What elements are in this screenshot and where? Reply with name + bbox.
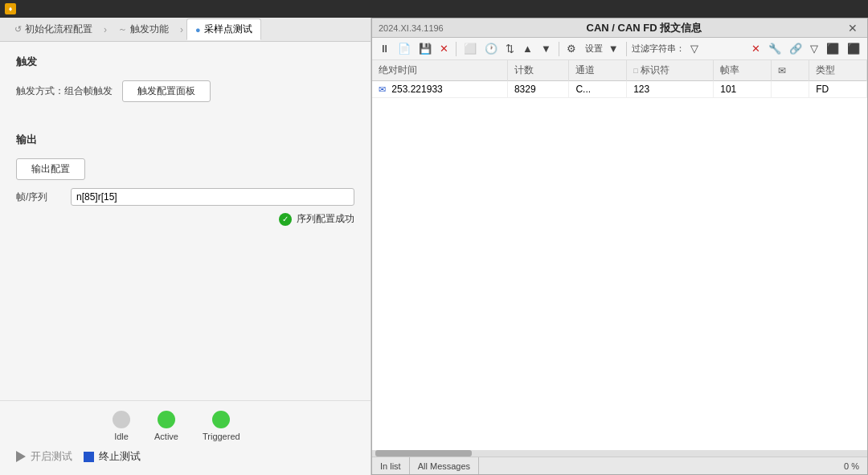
output-btn-row: 输出配置 — [16, 158, 354, 180]
trigger-icon: ～ — [118, 23, 127, 35]
action-buttons: 开启测试 终止测试 — [16, 449, 354, 464]
cell-count: 8329 — [507, 81, 568, 98]
start-button[interactable]: 开启测试 — [16, 449, 72, 464]
app-icon: ♦ — [5, 3, 16, 14]
col-id: □ 标识符 — [627, 60, 714, 81]
toolbar-down-btn[interactable]: ▼ — [538, 41, 554, 56]
trigger-section: 触发 触发方式：组合帧触发 触发配置面板 — [16, 55, 354, 109]
settings-label: 设置 — [585, 43, 603, 55]
status-percent: 0 % — [479, 457, 867, 474]
trigger-mode-label: 触发方式：组合帧触发 — [16, 84, 113, 98]
idle-label: Idle — [114, 432, 129, 441]
toolbar-filter-btn[interactable]: ▼ — [606, 41, 621, 56]
stop-icon — [84, 452, 94, 462]
horizontal-scrollbar[interactable] — [372, 450, 867, 457]
triggered-indicator: Triggered — [203, 411, 240, 441]
stop-button[interactable]: 终止测试 — [84, 449, 141, 464]
output-config-button[interactable]: 输出配置 — [16, 158, 85, 180]
start-label: 开启测试 — [31, 449, 72, 464]
can-window: 2024.XI.34.1196 CAN / CAN FD 报文信息 ✕ ⏸ 📄 … — [371, 18, 868, 475]
toolbar-link-btn[interactable]: 🔗 — [787, 41, 805, 56]
toolbar-export-btn[interactable]: ⬛ — [824, 41, 841, 56]
toolbar-sort-btn[interactable]: ⇅ — [503, 41, 517, 56]
output-title: 输出 — [16, 133, 354, 147]
cell-envelope — [771, 81, 809, 98]
col-rate: 帧率 — [714, 60, 772, 81]
tab-init[interactable]: ↺ 初始化流程配置 — [6, 19, 100, 39]
col-abs-time-label: 绝对时间 — [379, 64, 417, 76]
can-toolbar: ⏸ 📄 💾 ✕ ⬜ 🕐 ⇅ ▲ ▼ ⚙ 设置 ▼ 过滤字符串： ▽ ✕ 🔧 🔗 … — [372, 38, 867, 60]
cell-rate: 101 — [714, 81, 772, 98]
bottom-controls: Idle Active Triggered 开启测试 终止测 — [0, 400, 371, 475]
col-count: 计数 — [507, 60, 568, 81]
triggered-dot — [212, 411, 230, 428]
col-channel-label: 通道 — [575, 64, 595, 76]
toolbar-funnel-btn[interactable]: ▽ — [688, 41, 701, 56]
can-title-left: 2024.XI.34.1196 — [379, 23, 444, 33]
cell-channel: C... — [569, 81, 627, 98]
cell-type: FD — [809, 81, 867, 98]
toolbar-wrench-btn[interactable]: 🔧 — [766, 41, 784, 56]
toolbar-file-btn[interactable]: 📄 — [395, 41, 413, 56]
tab-sample[interactable]: ● 采样点测试 — [186, 18, 261, 40]
col-count-label: 计数 — [514, 64, 534, 76]
active-indicator: Active — [154, 411, 178, 441]
tab-sep-1: › — [104, 24, 107, 35]
col-type-label: 类型 — [816, 64, 835, 76]
toolbar-sep-2 — [559, 42, 559, 56]
toolbar-filter2-btn[interactable]: ▽ — [808, 41, 821, 56]
tab-trigger[interactable]: ～ 触发功能 — [110, 19, 177, 39]
toolbar-sep-1 — [456, 42, 457, 56]
idle-dot — [113, 411, 130, 428]
col-abs-time: 绝对时间 — [372, 60, 507, 81]
active-label: Active — [154, 432, 178, 441]
row-envelope-icon: ✉ — [379, 84, 386, 94]
table-header-row: 绝对时间 计数 通道 □ 标识符 帧率 — [372, 60, 867, 81]
toolbar-save-btn[interactable]: 💾 — [416, 41, 434, 56]
tab-bar: ↺ 初始化流程配置 › ～ 触发功能 › ● 采样点测试 — [0, 18, 371, 42]
can-close-button[interactable]: ✕ — [845, 22, 861, 35]
sample-icon: ● — [195, 25, 201, 35]
toolbar-settings-btn[interactable]: ⚙ — [564, 41, 579, 56]
init-icon: ↺ — [14, 24, 22, 35]
toolbar-up-btn[interactable]: ▲ — [520, 41, 535, 56]
idle-indicator: Idle — [113, 411, 130, 441]
trigger-config-button[interactable]: 触发配置面板 — [122, 80, 211, 102]
stop-label: 终止测试 — [99, 449, 141, 464]
col-envelope-label: ✉ — [778, 65, 786, 76]
toolbar-clock-btn[interactable]: 🕐 — [482, 41, 500, 56]
col-channel: 通道 — [569, 60, 627, 81]
can-status-bar: In list All Messages 0 % — [372, 457, 867, 474]
toolbar-delete-btn[interactable]: ✕ — [437, 41, 451, 56]
field-label: 帧/序列 — [16, 190, 64, 204]
col-rate-label: 帧率 — [720, 64, 739, 76]
in-list-label: In list — [380, 461, 401, 471]
tab-sep-2: › — [180, 24, 183, 35]
toolbar-copy-btn[interactable]: ⬜ — [461, 41, 479, 56]
toolbar-pause-btn[interactable]: ⏸ — [377, 41, 392, 56]
success-row: ✓ 序列配置成功 — [16, 212, 354, 226]
field-row: 帧/序列 — [16, 188, 354, 206]
percent-label: 0 % — [844, 461, 859, 471]
status-in-list: In list — [372, 457, 410, 474]
active-dot — [158, 411, 175, 428]
tab-init-label: 初始化流程配置 — [25, 23, 92, 36]
triggered-label: Triggered — [203, 432, 240, 441]
scroll-thumb[interactable] — [375, 450, 472, 457]
title-bar: ♦ — [0, 0, 868, 18]
sequence-input[interactable] — [71, 188, 354, 206]
left-content: 触发 触发方式：组合帧触发 触发配置面板 输出 输出配置 帧/序列 ✓ — [0, 42, 371, 400]
trigger-title: 触发 — [16, 55, 354, 69]
table-row[interactable]: ✉ 253.221933 8329 C... 123 101 FD — [372, 81, 867, 98]
col-envelope: ✉ — [771, 60, 809, 81]
main-layout: ↺ 初始化流程配置 › ～ 触发功能 › ● 采样点测试 触发 触发方式：组合帧… — [0, 18, 868, 475]
can-table: 绝对时间 计数 通道 □ 标识符 帧率 — [372, 60, 867, 98]
toolbar-import-btn[interactable]: ⬛ — [845, 41, 862, 56]
success-icon: ✓ — [279, 213, 292, 226]
success-text: 序列配置成功 — [297, 212, 354, 226]
can-table-area[interactable]: 绝对时间 计数 通道 □ 标识符 帧率 — [372, 60, 867, 450]
col-id-label: 标识符 — [641, 64, 669, 76]
cell-abs-time-val: 253.221933 — [391, 84, 442, 95]
toolbar-clear-btn[interactable]: ✕ — [749, 41, 763, 56]
cell-abs-time: ✉ 253.221933 — [372, 81, 507, 98]
